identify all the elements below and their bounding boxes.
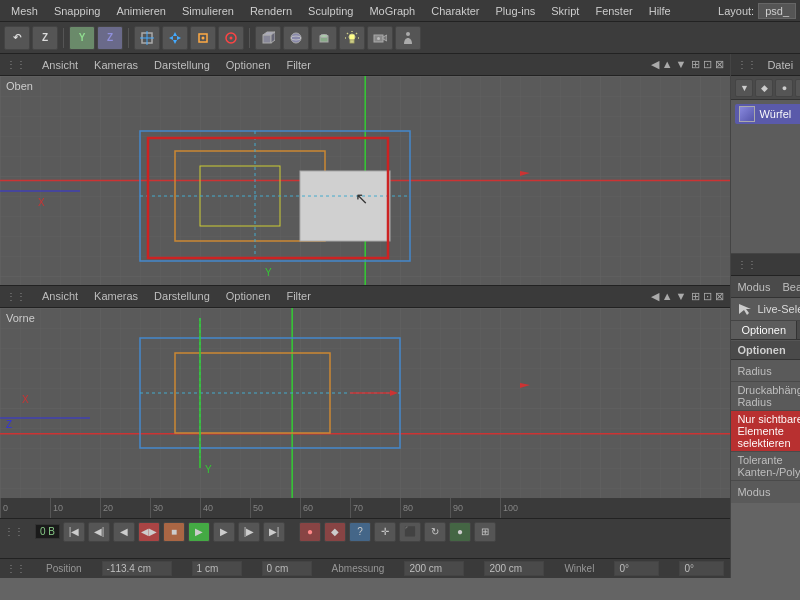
btn-key[interactable]: ◆	[324, 522, 346, 542]
obj-cube-icon	[739, 106, 755, 122]
menu-hilfe[interactable]: Hilfe	[642, 3, 678, 19]
menu-plugins[interactable]: Plug-ins	[489, 3, 543, 19]
toolbar-redo[interactable]: Z	[32, 26, 58, 50]
winkel-x[interactable]	[614, 561, 659, 576]
obj-tb-btn2[interactable]: ◆	[755, 79, 773, 97]
menu-charakter[interactable]: Charakter	[424, 3, 486, 19]
toolbar-rotate[interactable]	[218, 26, 244, 50]
toolbar-undo[interactable]: ↶	[4, 26, 30, 50]
modus-item-modus[interactable]: Modus	[737, 281, 770, 293]
position-y[interactable]	[192, 561, 242, 576]
vp-top-darstellung[interactable]: Darstellung	[150, 57, 214, 73]
btn-move-tool[interactable]: ✛	[374, 522, 396, 542]
svg-marker-4	[173, 40, 177, 44]
svg-text:Z: Z	[6, 419, 12, 430]
obj-tb-btn3[interactable]: ●	[775, 79, 793, 97]
object-panel-toolbar: ▼ ◆ ● ⊞	[731, 76, 800, 100]
winkel-label: Winkel	[564, 563, 594, 574]
btn-play[interactable]: ▶	[188, 522, 210, 542]
toolbar-scale[interactable]	[190, 26, 216, 50]
obj-menu-datei[interactable]: Datei	[763, 57, 797, 73]
viewport-front-canvas[interactable]: Vorne	[0, 308, 730, 518]
layout-value[interactable]: psd_	[758, 3, 796, 19]
tab-optionen[interactable]: Optionen	[731, 321, 797, 339]
winkel-y[interactable]	[679, 561, 724, 576]
btn-next-frame[interactable]: ▶	[213, 522, 235, 542]
vp-top-optionen[interactable]: Optionen	[222, 57, 275, 73]
viewport-top-bar: ⋮⋮ Ansicht Kameras Darstellung Optionen …	[0, 54, 730, 76]
abmessung-y[interactable]	[484, 561, 544, 576]
position-z[interactable]	[262, 561, 312, 576]
toolbar-cube[interactable]	[255, 26, 281, 50]
vp-front-optionen[interactable]: Optionen	[222, 288, 275, 304]
toolbar-obj-tool[interactable]	[134, 26, 160, 50]
menu-mesh[interactable]: Mesh	[4, 3, 45, 19]
vp-top-ansicht[interactable]: Ansicht	[38, 57, 82, 73]
toolbar-move[interactable]	[162, 26, 188, 50]
vp-front-ansicht[interactable]: Ansicht	[38, 288, 82, 304]
ruler-0: 0	[0, 498, 50, 518]
vp-front-filter[interactable]: Filter	[282, 288, 314, 304]
toolbar-cylinder[interactable]	[311, 26, 337, 50]
btn-scale-tool[interactable]: ⬛	[399, 522, 421, 542]
vp-top-kameras[interactable]: Kameras	[90, 57, 142, 73]
menu-mograph[interactable]: MoGraph	[362, 3, 422, 19]
prop-label-tolerant: Tolerante Kanten-/Polygonselektion	[737, 454, 800, 478]
ruler-60: 60	[300, 498, 350, 518]
btn-prev-frame[interactable]: ◀	[113, 522, 135, 542]
btn-autokey[interactable]: ●	[449, 522, 471, 542]
toolbar-axis-y[interactable]: Y	[69, 26, 95, 50]
btn-next-keyframe[interactable]: |▶	[238, 522, 260, 542]
toolbar-sphere[interactable]	[283, 26, 309, 50]
menu-simulieren[interactable]: Simulieren	[175, 3, 241, 19]
viewport-top-grid: ↖ X Y Z	[0, 76, 730, 285]
btn-grid-snap[interactable]: ⊞	[474, 522, 496, 542]
modus-item-bearbeiten[interactable]: Bearbeiten	[782, 281, 800, 293]
menu-fenster[interactable]: Fenster	[588, 3, 639, 19]
menu-rendern[interactable]: Rendern	[243, 3, 299, 19]
menu-snapping[interactable]: Snapping	[47, 3, 108, 19]
btn-record[interactable]: ●	[299, 522, 321, 542]
btn-play-reverse[interactable]: ◀▶	[138, 522, 160, 542]
ruler-20: 20	[100, 498, 150, 518]
ruler-10: 10	[50, 498, 100, 518]
svg-text:Y: Y	[205, 464, 212, 475]
menu-sculpting[interactable]: Sculpting	[301, 3, 360, 19]
btn-stop[interactable]: ■	[163, 522, 185, 542]
btn-go-end[interactable]: ▶|	[263, 522, 285, 542]
btn-question[interactable]: ?	[349, 522, 371, 542]
menu-skript[interactable]: Skript	[544, 3, 586, 19]
object-panel-header: ⋮⋮ Datei Bearbeiten Ansicht Objekte Tags	[731, 54, 800, 76]
btn-prev-keyframe[interactable]: ◀|	[88, 522, 110, 542]
prop-row-sichtbar: Nur sichtbare Elemente selektieren	[731, 411, 800, 452]
toolbar-camera[interactable]	[367, 26, 393, 50]
abmessung-x[interactable]	[404, 561, 464, 576]
obj-tb-btn1[interactable]: ▼	[735, 79, 753, 97]
btn-go-begin[interactable]: |◀	[63, 522, 85, 542]
props-grip: ⋮⋮	[737, 259, 757, 270]
position-x[interactable]	[102, 561, 172, 576]
svg-marker-26	[383, 35, 387, 41]
svg-rect-39	[300, 171, 390, 241]
props-tabs: Optionen Modellierachse Objektachse	[731, 321, 800, 340]
menu-animieren[interactable]: Animieren	[109, 3, 173, 19]
prop-label-sichtbar: Nur sichtbare Elemente selektieren	[737, 413, 800, 449]
svg-point-10	[230, 36, 233, 39]
toolbar-light[interactable]	[339, 26, 365, 50]
vp-front-kameras[interactable]: Kameras	[90, 288, 142, 304]
object-item-wurfel[interactable]: Würfel	[735, 104, 800, 124]
properties-panel: ⋮⋮ Modus Bearbeiten Benutzer Live-Selekt…	[731, 254, 800, 578]
ruler-50: 50	[250, 498, 300, 518]
live-selection-label-text: Live-Selektion	[757, 303, 800, 315]
vp-top-filter[interactable]: Filter	[282, 57, 314, 73]
btn-rotate-tool[interactable]: ↻	[424, 522, 446, 542]
obj-tb-btn4[interactable]: ⊞	[795, 79, 800, 97]
svg-point-14	[291, 33, 301, 43]
prop-row-tolerant: Tolerante Kanten-/Polygonselektion	[731, 452, 800, 481]
vp-front-darstellung[interactable]: Darstellung	[150, 288, 214, 304]
frame-display[interactable]: 0 B	[35, 524, 60, 539]
toolbar-axis-z[interactable]: Z	[97, 26, 123, 50]
viewport-top-canvas[interactable]: Oben	[0, 76, 730, 285]
svg-marker-5	[169, 36, 173, 40]
toolbar-person[interactable]	[395, 26, 421, 50]
